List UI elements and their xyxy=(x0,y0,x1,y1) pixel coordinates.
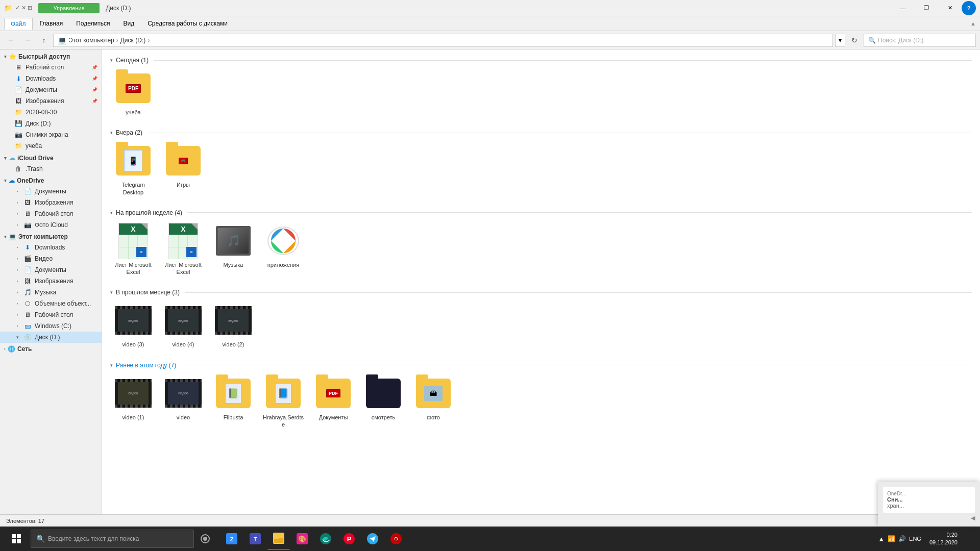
sidebar-item-screenshots[interactable]: 📷 Снимки экрана xyxy=(0,129,102,140)
tab-disk-tools[interactable]: Средства работы с дисками xyxy=(141,18,234,29)
section-last-week-header[interactable]: ▾ На прошлой неделе (4) xyxy=(110,206,972,218)
sidebar-item-music[interactable]: › 🎵 Музыка xyxy=(0,287,102,298)
file-item-video3[interactable]: видео video (3) xyxy=(110,300,156,350)
file-item-apps[interactable]: приложения xyxy=(260,220,306,278)
taskbar-app-telegram[interactable] xyxy=(361,528,384,550)
taskbar-clock[interactable]: 0:20 09.12.2020 xyxy=(925,531,962,547)
close-button[interactable]: ✕ xyxy=(938,0,962,16)
ribbon-collapse[interactable]: ▲ xyxy=(970,20,976,27)
taskbar-app-paint[interactable]: 🎨 xyxy=(291,528,313,550)
file-item-smotret[interactable]: смотреть xyxy=(360,373,406,431)
tab-home[interactable]: Главная xyxy=(34,18,69,29)
sidebar-item-images-pc[interactable]: › 🖼 Изображения xyxy=(0,276,102,287)
taskbar-app-teams[interactable]: T xyxy=(244,528,266,550)
sidebar-item-desktop[interactable]: 🖥 Рабочий стол 📌 xyxy=(0,62,102,73)
file-item-flibusta[interactable]: 📗 Flibusta xyxy=(210,373,256,431)
screenshot-icon: 📷 xyxy=(14,131,22,139)
taskbar-sound-icon[interactable]: 🔊 xyxy=(898,535,906,542)
sidebar-label-date: 2020-08-30 xyxy=(26,109,57,116)
file-item-video4[interactable]: видео video (4) xyxy=(160,300,206,350)
sidebar-item-video[interactable]: › 🎬 Видео xyxy=(0,253,102,264)
sidebar-label-win-c: Windows (C:) xyxy=(35,322,71,330)
taskbar-app-explorer[interactable] xyxy=(267,528,290,550)
file-item-video2[interactable]: видео video (2) xyxy=(210,300,256,350)
file-item-music-folder[interactable]: 🎵 Музыка xyxy=(210,220,256,278)
path-dropdown[interactable]: ▾ xyxy=(835,34,845,47)
sidebar-item-images-qa[interactable]: 🖼 Изображения 📌 xyxy=(0,95,102,107)
path-disk-d[interactable]: Диск (D:) xyxy=(120,37,145,44)
start-button[interactable] xyxy=(4,527,29,551)
file-item-docs-year[interactable]: PDF Документы xyxy=(310,373,356,431)
help-button[interactable]: ? xyxy=(962,1,976,15)
control-tab[interactable]: Управление xyxy=(38,3,100,13)
sidebar-item-docs-qa[interactable]: 📄 Документы 📌 xyxy=(0,84,102,95)
ucheба-label: учеба xyxy=(126,109,140,116)
taskbar-app-other[interactable] xyxy=(385,528,407,550)
taskbar-app-pinterest[interactable]: P xyxy=(338,528,360,550)
sidebar-item-win-c[interactable]: › 🖴 Windows (C:) xyxy=(0,320,102,332)
music-folder-thumb: 🎵 xyxy=(215,222,252,259)
icloud-header[interactable]: ▾ ☁ iCloud Drive xyxy=(0,153,102,163)
section-today-header[interactable]: ▾ Сегодня (1) xyxy=(110,54,972,66)
path-this-pc[interactable]: Этот компьютер xyxy=(68,37,114,44)
tab-view[interactable]: Вид xyxy=(117,18,140,29)
section-this-year-header[interactable]: ▾ Ранее в этом году (7) xyxy=(110,359,972,371)
network-header[interactable]: › 🌐 Сеть xyxy=(0,344,102,354)
video4-top-strip xyxy=(165,306,202,309)
file-item-hrabraya[interactable]: 📘 Hrabraya.Serdtse xyxy=(260,373,306,431)
sidebar-item-downloads-qa[interactable]: ⬇ Downloads 📌 xyxy=(0,73,102,84)
taskbar-search-box[interactable]: 🔍 Введите здесь текст для поиска xyxy=(31,530,194,548)
taskbar-lang[interactable]: ENG xyxy=(909,536,921,542)
file-item-telegram[interactable]: 📱 Telegram Desktop xyxy=(110,140,156,198)
tab-share[interactable]: Поделиться xyxy=(70,18,116,29)
file-item-photo[interactable]: 🏔 фото xyxy=(410,373,456,431)
taskbar-show-hidden[interactable]: ▲ xyxy=(878,535,885,543)
quick-access-header[interactable]: ▾ ⭐ Быстрый доступ xyxy=(0,52,102,62)
taskbar-app-zoom[interactable]: Z xyxy=(220,528,243,550)
minimize-button[interactable]: — xyxy=(891,0,915,16)
sidebar-item-disk-d-qa[interactable]: 💾 Диск (D:) xyxy=(0,118,102,129)
address-path[interactable]: 💻 Этот компьютер › Диск (D:) › xyxy=(53,34,833,47)
file-item-excel2[interactable]: X ≡ Лист Microsoft Excel xyxy=(160,220,206,278)
sidebar-item-desktop-pc[interactable]: › 🖥 Рабочий стол xyxy=(0,309,102,320)
file-item-excel1[interactable]: X ≡ Лист Microsoft Excel xyxy=(110,220,156,278)
up-button[interactable]: ↑ xyxy=(37,33,51,47)
sidebar-item-docs-pc[interactable]: › 📄 Документы xyxy=(0,264,102,276)
music-img-icon: 🎵 xyxy=(218,228,249,254)
tab-file[interactable]: Файл xyxy=(4,18,33,30)
sidebar-item-icloud-photo[interactable]: › 📷 Фото iCloud xyxy=(0,219,102,231)
video2-label: video (2) xyxy=(223,341,244,348)
file-item-games[interactable]: 🎮 Игры xyxy=(160,140,206,198)
search-icon: 🔍 xyxy=(868,37,876,44)
onedrive-header[interactable]: ▾ ☁ OneDrive xyxy=(0,176,102,186)
section-yesterday-header[interactable]: ▾ Вчера (2) xyxy=(110,126,972,138)
taskbar-search-icon: 🔍 xyxy=(36,535,45,543)
taskbar-cortana[interactable] xyxy=(196,530,214,548)
this-pc-header[interactable]: ▾ 💻 Этот компьютер xyxy=(0,232,102,242)
back-button[interactable]: ← xyxy=(4,33,18,47)
svg-text:Z: Z xyxy=(230,536,234,542)
sidebar-item-trash[interactable]: 🗑 .Trash xyxy=(0,163,102,174)
sidebar-item-images-od[interactable]: › 🖼 Изображения xyxy=(0,197,102,208)
file-item-video0[interactable]: видео video xyxy=(160,373,206,431)
file-item-ucheба[interactable]: PDF учеба xyxy=(110,68,156,118)
show-desktop-button[interactable] xyxy=(966,528,976,550)
smotret-folder-bg xyxy=(366,379,401,408)
taskbar-app-edge[interactable] xyxy=(314,528,337,550)
refresh-button[interactable]: ↻ xyxy=(847,33,862,47)
sidebar-item-3d[interactable]: › ⬡ Объемные объект... xyxy=(0,298,102,309)
sidebar-item-ucheба[interactable]: 📁 учеба xyxy=(0,140,102,152)
forward-button[interactable]: → xyxy=(20,33,35,47)
file-item-video1[interactable]: видео video (1) xyxy=(110,373,156,431)
title-bar-controls: — ❐ ✕ ? xyxy=(891,0,976,16)
sidebar-item-disk-d[interactable]: ▾ 💿 Диск (D:) xyxy=(0,332,102,343)
sidebar-item-downloads-pc[interactable]: › ⬇ Downloads xyxy=(0,242,102,253)
section-last-month-header[interactable]: ▾ В прошлом месяце (3) xyxy=(110,286,972,298)
taskbar-wifi-icon[interactable]: 📶 xyxy=(888,535,895,542)
maximize-button[interactable]: ❐ xyxy=(915,0,938,16)
sidebar-item-date[interactable]: 📁 2020-08-30 xyxy=(0,107,102,118)
search-box[interactable]: 🔍 Поиск: Диск (D:) xyxy=(864,34,976,47)
notif-body: хран... xyxy=(887,503,971,509)
sidebar-item-desktop-od[interactable]: › 🖥 Рабочий стол xyxy=(0,208,102,219)
sidebar-item-docs-od[interactable]: › 📄 Документы xyxy=(0,186,102,197)
